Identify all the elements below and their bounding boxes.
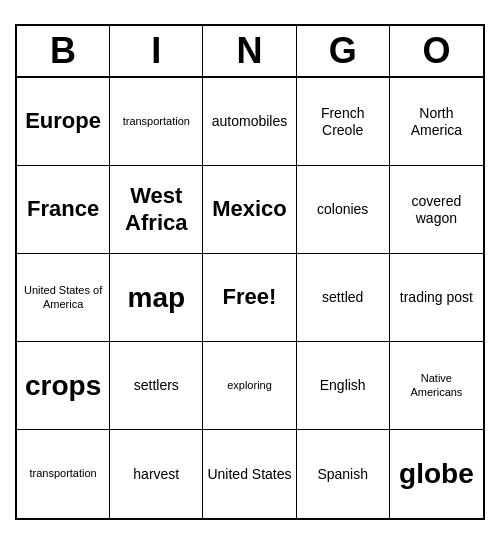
bingo-cell: covered wagon [390,166,483,254]
bingo-cell: settled [297,254,390,342]
bingo-cell: United States [203,430,296,518]
bingo-cell: automobiles [203,78,296,166]
bingo-cell: crops [17,342,110,430]
bingo-cell: trading post [390,254,483,342]
bingo-grid: EuropetransportationautomobilesFrench Cr… [17,78,483,518]
bingo-cell: France [17,166,110,254]
bingo-header: BINGO [17,26,483,78]
bingo-cell: transportation [17,430,110,518]
bingo-cell: Native Americans [390,342,483,430]
bingo-cell: North America [390,78,483,166]
bingo-cell: map [110,254,203,342]
header-letter: O [390,26,483,76]
bingo-cell: English [297,342,390,430]
header-letter: I [110,26,203,76]
bingo-cell: harvest [110,430,203,518]
bingo-cell: West Africa [110,166,203,254]
bingo-cell: colonies [297,166,390,254]
bingo-cell: United States of America [17,254,110,342]
bingo-cell: settlers [110,342,203,430]
bingo-cell: Spanish [297,430,390,518]
bingo-card: BINGO EuropetransportationautomobilesFre… [15,24,485,520]
bingo-cell: Mexico [203,166,296,254]
header-letter: G [297,26,390,76]
header-letter: B [17,26,110,76]
header-letter: N [203,26,296,76]
bingo-cell: exploring [203,342,296,430]
bingo-cell: Europe [17,78,110,166]
bingo-cell: globe [390,430,483,518]
bingo-cell: transportation [110,78,203,166]
bingo-cell: French Creole [297,78,390,166]
bingo-cell: Free! [203,254,296,342]
